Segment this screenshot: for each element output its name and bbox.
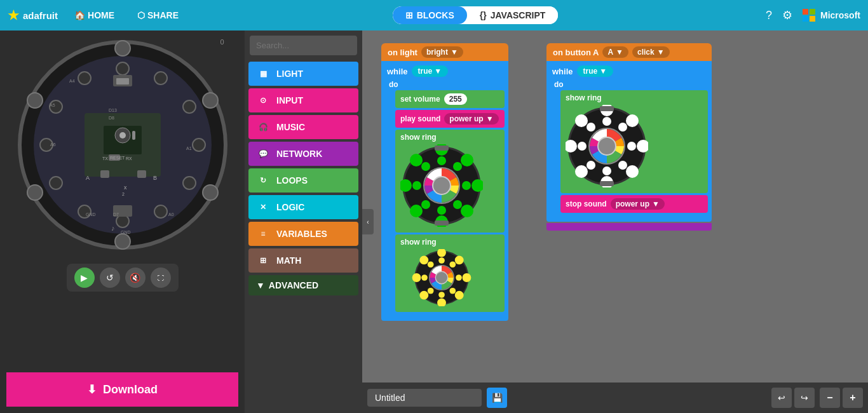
button-a-arrow: ▼ <box>616 48 623 57</box>
variables-icon: ≡ <box>256 227 270 241</box>
help-icon[interactable]: ? <box>766 9 772 22</box>
search-box[interactable]: 🔍 <box>250 36 357 55</box>
toolbox-item-network[interactable]: 💬 NETWORK <box>248 142 358 166</box>
while-label-2: while <box>552 67 573 76</box>
while-true-pill-1[interactable]: true ▼ <box>412 65 449 77</box>
svg-point-2 <box>115 41 130 56</box>
toolbox-item-loops[interactable]: ↻ LOOPS <box>248 168 358 193</box>
play-sound-value[interactable]: power up ▼ <box>444 113 498 125</box>
play-sound-block: play sound power up ▼ <box>395 110 505 128</box>
share-label: SHARE <box>147 10 179 20</box>
download-button[interactable]: ⬇ Download <box>6 372 238 407</box>
search-input[interactable] <box>256 41 363 50</box>
share-icon: ⬡ <box>137 10 145 20</box>
logo-text: adafruit <box>23 10 58 21</box>
tab-blocks[interactable]: ⊞ BLOCKS <box>393 6 467 24</box>
mute-button[interactable]: 🔇 <box>125 267 146 288</box>
zoom-minus-button[interactable]: − <box>820 388 840 408</box>
download-label: Download <box>103 383 158 396</box>
sim-board-area: 0 <box>15 37 231 256</box>
blocks-icon: ⊞ <box>405 10 413 20</box>
play-sound-value-label: power up <box>449 114 483 123</box>
show-ring-label-2: show ring <box>400 238 499 247</box>
svg-rect-109 <box>600 181 614 186</box>
while-true-arrow-1: ▼ <box>434 67 442 76</box>
toolbox-item-light[interactable]: ▦ LIGHT <box>248 62 358 86</box>
svg-text:x: x <box>124 184 127 191</box>
do-label-2: do <box>550 79 708 90</box>
settings-icon[interactable]: ⚙ <box>782 8 792 22</box>
network-label: NETWORK <box>276 149 322 159</box>
sidebar-toggle[interactable]: ‹ <box>362 209 374 234</box>
home-icon: 🏠 <box>74 10 85 20</box>
svg-point-6 <box>27 185 43 200</box>
svg-rect-32 <box>100 170 109 178</box>
svg-point-4 <box>203 185 218 200</box>
set-volume-label: set volume <box>400 95 440 104</box>
show-ring-block-1: show ring <box>395 130 505 233</box>
block-group-2: on button A A ▼ click ▼ while true ▼ <box>546 43 712 231</box>
toolbox-item-advanced[interactable]: ▼ ADVANCED <box>248 275 358 295</box>
header: ★ adafruit 🏠 HOME ⬡ SHARE ⊞ BLOCKS {} JA… <box>0 0 868 30</box>
nav-share[interactable]: ⬡ SHARE <box>131 8 185 23</box>
restart-button[interactable]: ↺ <box>100 267 120 288</box>
blocks-label: BLOCKS <box>417 10 454 20</box>
toolbox-item-input[interactable]: ⊙ INPUT <box>248 88 358 112</box>
ring-svg-2[interactable] <box>400 249 483 306</box>
workspace: ‹ on light bright ▼ while true ▼ <box>362 30 868 413</box>
undo-button[interactable]: ↩ <box>771 388 792 408</box>
svg-point-78 <box>419 255 428 264</box>
button-a-dropdown[interactable]: A ▼ <box>602 46 628 58</box>
svg-point-91 <box>626 114 639 127</box>
svg-point-85 <box>421 274 428 281</box>
undo-redo-group: ↩ ↪ <box>771 388 815 408</box>
toolbox-item-variables[interactable]: ≡ VARIABLES <box>248 222 358 246</box>
stop-sound-value[interactable]: power up ▼ <box>611 198 665 210</box>
svg-rect-27 <box>132 131 135 140</box>
while-true-pill-2[interactable]: true ▼ <box>577 65 614 77</box>
toolbox-item-music[interactable]: 🎧 MUSIC <box>248 115 358 139</box>
play-button[interactable]: ▶ <box>74 267 95 288</box>
svg-text:A6: A6 <box>50 142 56 147</box>
sim-controls: ▶ ↺ 🔇 ⛶ <box>67 264 179 292</box>
do-label-1: do <box>385 79 505 90</box>
ring-svg-3[interactable] <box>566 105 648 187</box>
stop-sound-label: stop sound <box>566 200 607 208</box>
click-label: click <box>637 48 654 57</box>
zoom-plus-button[interactable]: + <box>843 388 863 408</box>
volume-value[interactable]: 255 <box>444 93 467 105</box>
toolbox-item-logic[interactable]: ✕ LOGIC <box>248 195 358 219</box>
svg-rect-108 <box>600 106 614 111</box>
click-dropdown[interactable]: click ▼ <box>632 46 670 58</box>
svg-point-82 <box>449 288 456 294</box>
nav-home[interactable]: 🏠 HOME <box>68 8 121 23</box>
advanced-arrow: ▼ <box>256 280 265 290</box>
svg-point-58 <box>437 156 446 165</box>
svg-point-72 <box>455 255 464 264</box>
save-button[interactable]: 💾 <box>487 388 507 408</box>
ring-svg-1[interactable] <box>400 144 483 227</box>
svg-point-26 <box>119 132 126 139</box>
svg-point-74 <box>455 291 464 300</box>
svg-point-12 <box>183 177 196 189</box>
project-name-input[interactable] <box>367 389 482 407</box>
show-ring-block-3: show ring <box>560 90 708 193</box>
button-a-label: A <box>607 48 613 57</box>
logo[interactable]: ★ adafruit <box>8 8 58 23</box>
svg-point-19 <box>78 72 91 85</box>
svg-point-77 <box>412 273 421 282</box>
svg-point-95 <box>575 165 588 178</box>
fullscreen-button[interactable]: ⛶ <box>151 267 171 288</box>
bright-dropdown[interactable]: bright ▼ <box>421 46 463 58</box>
tab-javascript[interactable]: {} JAVASCRIPT <box>467 6 559 24</box>
svg-text:A: A <box>86 175 90 181</box>
redo-button[interactable]: ↪ <box>794 388 815 408</box>
svg-point-62 <box>437 206 446 215</box>
zoom-group: − + <box>820 388 863 408</box>
home-label: HOME <box>88 10 114 20</box>
toolbox-item-math[interactable]: ⊞ MATH <box>248 248 358 273</box>
svg-rect-68 <box>435 146 449 151</box>
svg-point-11 <box>193 139 205 151</box>
on-light-event-label: on light <box>388 48 417 57</box>
stop-sound-arrow: ▼ <box>652 200 660 208</box>
